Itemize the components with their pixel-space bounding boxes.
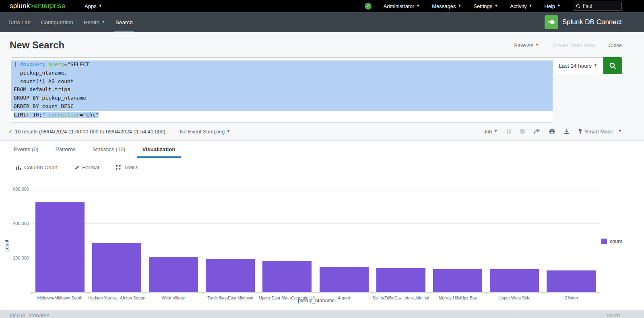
query-token-plain: FROM default.trips (14, 86, 70, 92)
column-chart: count pickup_ntaname count 200,000400,00… (0, 177, 644, 310)
tab-visualization[interactable]: Visualization (137, 141, 181, 158)
close-button[interactable]: Close (609, 42, 622, 48)
viz-button-trellis[interactable]: Trellis (116, 164, 138, 170)
y-tick-label: 600,000 (5, 187, 29, 191)
print-icon[interactable] (549, 129, 555, 134)
logo-suffix: >enterprise (30, 2, 65, 10)
x-category-label: Upper East Side-Carnegie Hill (259, 295, 316, 300)
topbar-menu-activity[interactable]: Activity▼ (510, 3, 532, 9)
topbar-menu-messages[interactable]: Messages▼ (432, 3, 461, 9)
x-category-label: Airport (316, 295, 372, 300)
x-category-label: Clinton (543, 295, 600, 300)
x-axis-tick (600, 292, 600, 294)
y-axis-title: count (4, 240, 10, 251)
query-token-command: dbxquery (20, 61, 45, 67)
viz-button-label: Column Chart (24, 164, 58, 170)
nav-item-label: Search (116, 19, 133, 25)
apps-menu-label: Apps (85, 3, 97, 9)
chart-legend[interactable]: count (601, 239, 622, 244)
find-placeholder: Find (583, 3, 592, 9)
search-icon (576, 4, 580, 8)
job-menu[interactable]: Job▼ (483, 129, 497, 135)
x-axis-tick (145, 292, 145, 294)
chart-bar[interactable] (149, 257, 198, 292)
chart-bar[interactable] (206, 259, 255, 292)
topbar-menu-administrator[interactable]: Administrator▼ (384, 3, 420, 9)
chevron-down-icon: ▼ (99, 4, 102, 8)
find-search-input[interactable]: Find (573, 2, 622, 11)
query-token-plain: LIMIT 10;" (14, 112, 48, 118)
viz-button-column-chart[interactable]: Column Chart (16, 164, 58, 170)
event-sampling-menu[interactable]: No Event Sampling▼ (180, 129, 230, 135)
query-token-plain: ="SELECT (64, 61, 89, 67)
page-title: New Search (10, 39, 64, 51)
x-axis-tick (486, 292, 487, 294)
x-axis-tick (31, 292, 32, 294)
splunk-logo[interactable]: splunk>enterprise (10, 2, 65, 10)
tab-patterns[interactable]: Patterns (50, 141, 81, 158)
chevron-down-icon: ▼ (494, 129, 497, 133)
legend-label: count (610, 239, 622, 244)
query-token-plain: ORDER BY count DESC (14, 103, 74, 109)
save-as-button[interactable]: Save As▼ (514, 42, 539, 48)
x-category-label: Upper West Side (486, 295, 543, 300)
app-title: Splunk DB Connect (562, 18, 622, 26)
chevron-down-icon: ▼ (458, 4, 461, 8)
app-navbar: Data LabConfigurationHealth▼Search Splun… (0, 12, 644, 32)
query-token-param: query (48, 61, 64, 67)
query-token-param: connection (48, 112, 80, 118)
viz-toolbar: Column ChartFormatTrellis (0, 158, 644, 177)
query-token-plain (45, 61, 48, 67)
menu-label: Settings (473, 3, 492, 9)
search-mode-menu[interactable]: Smart Mode▼ (578, 129, 622, 135)
query-token-plain: pickup_ntaname, (14, 70, 67, 76)
export-icon[interactable] (564, 129, 570, 134)
nav-item-label: Health (84, 19, 99, 25)
chevron-down-icon: ▼ (535, 43, 539, 47)
nav-item-label: Data Lab (8, 19, 31, 25)
query-line: pickup_ntaname, (11, 69, 553, 77)
results-tabs: Events (0)PatternsStatistics (10)Visuali… (0, 141, 644, 158)
chart-bar[interactable] (376, 268, 425, 292)
chart-bar[interactable] (35, 202, 85, 292)
chart-bar[interactable] (547, 270, 596, 292)
chart-bar[interactable] (92, 243, 141, 293)
y-tick-label: 200,000 (5, 256, 29, 260)
chart-gridline (31, 223, 600, 224)
nav-item-health[interactable]: Health▼ (78, 12, 110, 32)
viz-button-format[interactable]: Format (74, 164, 99, 170)
column-header-count[interactable]: count (515, 310, 644, 318)
chart-bar[interactable] (320, 267, 369, 292)
chevron-down-icon: ▼ (416, 4, 420, 8)
x-axis-tick (202, 292, 202, 294)
x-category-label: SoHo-TriBeCa-...nter-Little Italy (372, 295, 429, 300)
topbar-menu-settings[interactable]: Settings▼ (473, 3, 498, 9)
nav-item-search[interactable]: Search (110, 12, 138, 32)
column-chart-icon (16, 165, 21, 170)
run-search-button[interactable] (603, 57, 622, 74)
nav-item-label: Configuration (41, 19, 73, 25)
viz-button-label: Trellis (124, 164, 138, 170)
search-query-input[interactable]: | dbxquery query="SELECT pickup_ntaname,… (11, 57, 553, 123)
chart-bar[interactable] (262, 261, 312, 292)
column-header-pickup-ntaname[interactable]: pickup_ntaname (0, 310, 515, 318)
tab-events-0[interactable]: Events (0) (8, 141, 44, 158)
x-category-label: West Village (145, 295, 202, 300)
grid-icon (116, 165, 121, 170)
query-line: ORDER BY count DESC (11, 102, 553, 111)
apps-menu[interactable]: Apps▼ (85, 3, 102, 9)
share-icon[interactable] (534, 129, 540, 134)
x-axis-tick (88, 292, 89, 294)
chart-bar[interactable] (433, 269, 482, 292)
tab-statistics-10[interactable]: Statistics (10) (87, 141, 131, 158)
health-check-icon[interactable]: ✓ (365, 3, 372, 10)
time-range-picker[interactable]: Last 24 hours▼ (553, 57, 603, 74)
topbar-menu-help[interactable]: Help▼ (544, 3, 561, 9)
query-line: FROM default.trips (11, 85, 553, 94)
legend-swatch (601, 239, 607, 244)
nav-item-configuration[interactable]: Configuration (36, 12, 78, 32)
chevron-down-icon: ▼ (227, 129, 230, 133)
nav-item-data-lab[interactable]: Data Lab (3, 12, 36, 32)
chart-bar[interactable] (490, 269, 539, 292)
menu-label: Help (544, 3, 555, 9)
